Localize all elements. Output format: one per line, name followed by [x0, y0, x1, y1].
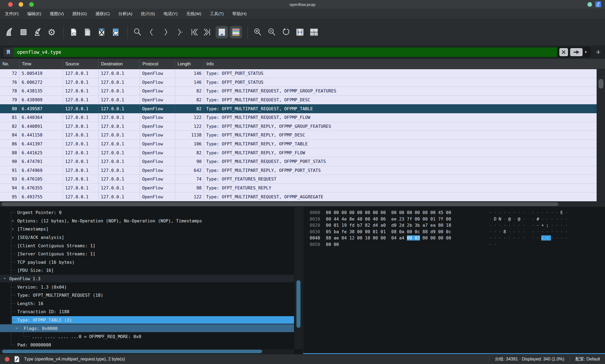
go-forward-button[interactable] — [159, 26, 172, 38]
hex-ascii[interactable]: ········ — [532, 229, 570, 234]
expand-chevron-icon[interactable]: › — [11, 235, 14, 240]
zoom-reset-button[interactable] — [280, 26, 292, 38]
packet-row[interactable]: 786.438135127.0.0.1127.0.0.1OpenFlow82Ty… — [0, 87, 597, 96]
menu-item[interactable]: 电话(Y) — [163, 11, 178, 17]
column-header[interactable]: Info — [204, 59, 605, 69]
scroll-thumb[interactable] — [2, 350, 262, 353]
display-filter-input[interactable]: openflow_v4.type — [14, 47, 557, 57]
hex-ascii[interactable]: ···8···· — [489, 229, 527, 234]
hex-bytes[interactable]: 05 ba fe 38 00 00 01 01 — [326, 229, 386, 234]
filter-bookmark-button[interactable] — [3, 47, 14, 57]
hex-row[interactable]: 005000 00·· — [303, 242, 605, 248]
detail-row[interactable]: ›[SEQ/ACK analysis] — [0, 233, 294, 242]
packet-list-vscrollbar[interactable] — [597, 69, 605, 201]
capture-comment-icon[interactable] — [14, 356, 20, 362]
detail-row[interactable]: .... .... .... ...0 = OFPMPF_REQ_MORE: 0… — [0, 332, 294, 341]
hex-bytes[interactable]: 00 00 — [326, 242, 339, 247]
detail-row[interactable]: Length: 16 — [0, 299, 294, 308]
filter-dropdown-caret[interactable]: ▼ — [584, 50, 587, 54]
column-header[interactable]: No. — [0, 59, 19, 69]
column-header[interactable]: Length — [175, 59, 204, 69]
detail-row[interactable]: ›[Timestamps] — [0, 225, 294, 233]
open-file-button[interactable] — [67, 26, 80, 38]
menu-item[interactable]: 无线(W) — [186, 11, 201, 17]
expand-chevron-icon[interactable]: › — [11, 227, 14, 231]
detail-row[interactable]: [Server Contiguous Streams: 1] — [0, 250, 294, 258]
menu-item[interactable]: 跳转(G) — [72, 11, 87, 17]
hex-bytes[interactable]: ee 23 7f 00 00 01 7f 00 — [391, 216, 451, 222]
hex-ascii[interactable]: ·DN·@·@· — [489, 216, 527, 222]
column-header[interactable]: Time — [19, 59, 63, 69]
hex-bytes[interactable]: 08 0a 00 0c 88 d9 00 0c — [391, 229, 451, 234]
hex-ascii[interactable]: ·-+;···· — [532, 223, 570, 228]
packet-row[interactable]: 866.441397127.0.0.1127.0.0.1OpenFlow106T… — [0, 140, 597, 149]
detail-row[interactable]: Type: OFPMP_TABLE (3) — [0, 316, 294, 324]
menu-item[interactable]: 统计(S) — [141, 11, 155, 17]
packet-row[interactable]: 946.476355127.0.0.1127.0.0.1OpenFlow98Ty… — [0, 184, 597, 193]
hex-row[interactable]: 004088 ae 04 12 00 10 00 0004 a4 00 03 0… — [303, 235, 605, 242]
detail-row[interactable]: ›Flags: 0x0000 — [0, 324, 294, 332]
expand-chevron-icon[interactable]: › — [11, 218, 14, 223]
hex-row[interactable]: 001000 44 4e 8e 40 00 40 06ee 23 7f 00 0… — [303, 216, 605, 223]
go-first-button[interactable] — [188, 26, 200, 38]
layout-button[interactable]: 1 2 3 — [308, 26, 320, 38]
scroll-thumb[interactable] — [2, 202, 558, 206]
collapse-chevron-icon[interactable]: › — [14, 327, 19, 329]
detail-row[interactable]: Version: 1.3 (0x04) — [0, 283, 294, 291]
column-header[interactable]: Source — [63, 59, 99, 69]
menu-item[interactable]: 编辑(E) — [27, 11, 41, 17]
hex-bytes[interactable]: 00 00 00 00 08 00 45 00 — [391, 210, 451, 215]
start-capture-button[interactable] — [3, 26, 16, 38]
stop-capture-button[interactable] — [17, 26, 30, 38]
packet-row[interactable]: 956.493755127.0.0.1127.0.0.1OpenFlow122T… — [0, 192, 597, 201]
detail-row[interactable]: TCP payload (16 bytes) — [0, 258, 294, 266]
detail-hscrollbar[interactable] — [0, 349, 294, 354]
find-packet-button[interactable] — [131, 26, 144, 38]
hex-ascii[interactable]: ········ — [489, 223, 527, 228]
expert-info-icon[interactable] — [5, 357, 9, 362]
hex-bytes[interactable]: 00 44 4e 8e 40 00 40 06 — [326, 216, 386, 222]
packet-row[interactable]: 916.474969127.0.0.1127.0.0.1OpenFlow642T… — [0, 166, 597, 175]
hex-row[interactable]: 002000 01 19 fd b7 82 d4 a0d0 2d 2b 3b a… — [303, 223, 605, 229]
save-file-button[interactable] — [81, 26, 94, 38]
filter-add-button[interactable]: + — [594, 48, 602, 56]
filter-clear-button[interactable] — [559, 48, 568, 56]
column-header[interactable]: Protocol — [140, 59, 175, 69]
detail-row[interactable]: Pad: 00000000 — [0, 341, 294, 349]
hex-bytes[interactable]: 00 01 19 fd b7 82 d4 a0 — [326, 223, 386, 228]
zoom-out-button[interactable] — [266, 26, 278, 38]
hex-row[interactable]: 000000 00 00 00 00 00 00 0000 00 00 00 0… — [303, 210, 605, 216]
detail-row[interactable]: ›OpenFlow 1.3 — [0, 275, 294, 283]
auto-scroll-button[interactable] — [216, 26, 228, 38]
packet-row[interactable]: 826.440891127.0.0.1127.0.0.1OpenFlow122T… — [0, 122, 597, 131]
hex-ascii[interactable]: ······E· — [532, 210, 570, 215]
menu-item[interactable]: 捕获(C) — [96, 11, 110, 17]
column-header[interactable]: Destination — [99, 59, 140, 69]
hex-ascii[interactable]: ·· — [489, 242, 499, 247]
capture-options-button[interactable]: ⚙ — [45, 26, 58, 38]
packet-row[interactable]: 886.441625127.0.0.1127.0.0.1OpenFlow82Ty… — [0, 148, 597, 157]
hex-ascii[interactable]: ········ — [489, 235, 527, 241]
restart-capture-button[interactable] — [31, 26, 44, 38]
packet-row[interactable]: 936.476105127.0.0.1127.0.0.1OpenFlow74Ty… — [0, 175, 597, 184]
packet-row[interactable]: 906.474701127.0.0.1127.0.0.1OpenFlow90Ty… — [0, 157, 597, 166]
hex-bytes[interactable]: 00 00 00 00 00 00 00 00 — [326, 210, 386, 215]
packet-row[interactable]: 806.439587127.0.0.1127.0.0.1OpenFlow82Ty… — [0, 104, 597, 113]
go-back-button[interactable] — [145, 26, 158, 38]
go-to-packet-button[interactable] — [173, 26, 186, 38]
packet-row[interactable]: 766.006272127.0.0.1127.0.0.1OpenFlow146T… — [0, 78, 597, 87]
detail-row[interactable]: ›Options: (12 bytes), No-Operation (NOP)… — [0, 217, 294, 225]
packet-list-hscrollbar[interactable] — [0, 201, 605, 207]
packet-row[interactable]: 796.438909127.0.0.1127.0.0.1OpenFlow82Ty… — [0, 96, 597, 105]
menu-item[interactable]: 工具(T) — [210, 11, 224, 17]
scroll-thumb[interactable] — [296, 280, 300, 328]
collapse-chevron-icon[interactable]: › — [2, 277, 7, 280]
menu-item[interactable]: 视图(V) — [50, 11, 64, 17]
packet-row[interactable]: 816.440364127.0.0.1127.0.0.1OpenFlow122T… — [0, 113, 597, 122]
hex-bytes[interactable]: 04 a4 00 03 00 00 00 00 — [391, 235, 451, 241]
detail-row[interactable]: Urgent Pointer: 0 — [0, 208, 294, 217]
menu-item[interactable]: 文件(F) — [5, 11, 19, 17]
hex-ascii[interactable]: ········ — [532, 235, 570, 241]
resize-columns-button[interactable] — [294, 26, 306, 38]
detail-row[interactable]: Transaction ID: 1188 — [0, 308, 294, 316]
